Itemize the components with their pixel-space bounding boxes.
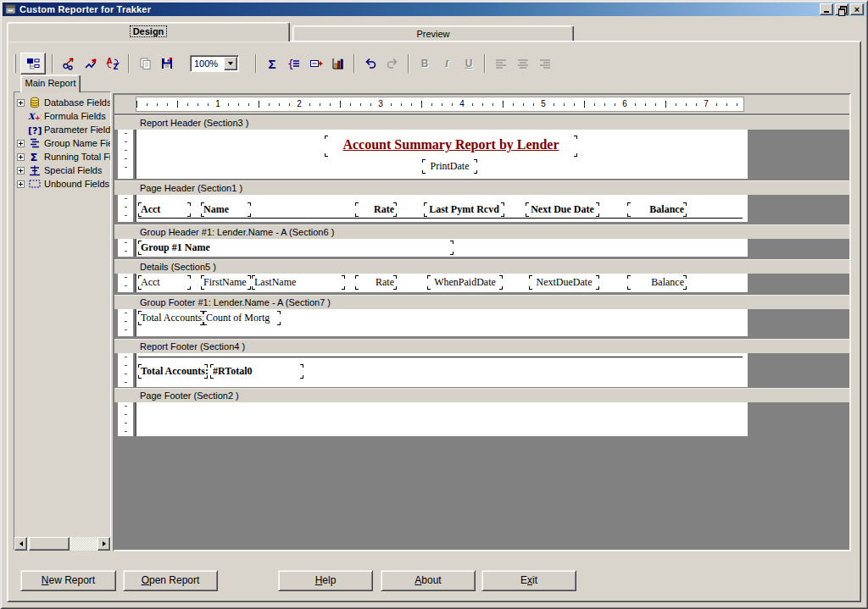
save-report-button[interactable] bbox=[158, 54, 176, 73]
tab-main-report[interactable]: Main Report bbox=[20, 75, 81, 92]
print-preview-button-disabled[interactable] bbox=[136, 54, 154, 73]
help-button[interactable]: Help bbox=[278, 570, 373, 591]
details-area[interactable]: Acct FirstName LastName Rate WhenPaidDat… bbox=[135, 274, 748, 292]
tree-item-running-total-fields[interactable]: Σ Running Total Fields bbox=[14, 150, 110, 163]
tab-preview[interactable]: Preview bbox=[292, 25, 574, 42]
tree-item-label: Formula Fields bbox=[44, 111, 106, 121]
undo-button[interactable] bbox=[361, 54, 380, 73]
about-button[interactable]: About bbox=[381, 570, 476, 591]
database-icon bbox=[28, 97, 42, 108]
tree-item-group-name-fields[interactable]: Group Name Fields bbox=[14, 136, 110, 150]
exit-button[interactable]: Exit bbox=[481, 570, 576, 591]
bold-button-disabled[interactable]: B bbox=[415, 54, 434, 73]
app-window: Custom Reporter for Trakker × Design Pre… bbox=[0, 0, 868, 609]
zoom-value: 100% bbox=[191, 58, 224, 69]
section-report-footer: Total Accounts: #RTotal0 bbox=[114, 353, 849, 387]
detail-field-next-due[interactable]: NextDueDate bbox=[529, 275, 599, 290]
group-footer-area[interactable]: Total Accounts: Count of Mortg bbox=[135, 309, 748, 336]
group-total-value-field[interactable]: Count of Mortg bbox=[203, 311, 281, 325]
report-total-label-field[interactable]: Total Accounts: bbox=[138, 364, 208, 379]
column-header-name[interactable]: Name bbox=[201, 202, 251, 217]
minimize-button[interactable] bbox=[820, 3, 833, 15]
zoom-dropdown-button[interactable] bbox=[224, 57, 237, 70]
trend-arrow-icon bbox=[84, 57, 97, 70]
sort-order-button[interactable]: A Z bbox=[103, 54, 122, 73]
title-bar[interactable]: Custom Reporter for Trakker × bbox=[3, 3, 865, 16]
detail-field-rate[interactable]: Rate bbox=[355, 275, 397, 290]
arrow-right-icon bbox=[103, 541, 106, 546]
close-icon: × bbox=[854, 4, 860, 14]
expand-plus-icon[interactable] bbox=[17, 99, 25, 107]
expand-plus-icon[interactable] bbox=[17, 167, 25, 174]
group-expert-button[interactable]: { bbox=[285, 54, 303, 73]
expand-plus-icon[interactable] bbox=[17, 180, 25, 188]
column-header-acct[interactable]: Acct bbox=[138, 202, 191, 217]
footer-topline[interactable] bbox=[138, 357, 743, 357]
ruler-number: 1 bbox=[214, 99, 222, 109]
ruler-row: 1 2 3 4 5 6 7 bbox=[114, 95, 849, 113]
restore-button[interactable] bbox=[835, 3, 849, 15]
toolbar-grip[interactable] bbox=[14, 54, 16, 73]
report-total-value-field[interactable]: #RTotal0 bbox=[210, 364, 303, 379]
detail-field-last-name[interactable]: LastName bbox=[252, 275, 345, 290]
open-report-button[interactable]: Open Report bbox=[123, 570, 218, 591]
tree-item-database-fields[interactable]: Database Fields bbox=[14, 96, 110, 109]
band-page-footer[interactable]: Page Footer (Section2 ) bbox=[114, 388, 849, 402]
page-footer-area[interactable] bbox=[135, 402, 748, 436]
column-header-last-pymt[interactable]: Last Pymt Rcvd bbox=[424, 202, 504, 217]
tree-item-special-fields[interactable]: Special Fields bbox=[14, 163, 110, 177]
insert-chart-button[interactable] bbox=[329, 54, 348, 73]
align-left-button-disabled[interactable] bbox=[492, 54, 510, 73]
group-total-label-field[interactable]: Total Accounts: bbox=[138, 311, 203, 325]
group-name-icon bbox=[28, 137, 42, 149]
column-header-balance[interactable]: Balance bbox=[627, 202, 687, 217]
header-underline[interactable] bbox=[138, 218, 743, 219]
band-details[interactable]: Details (Section5 ) bbox=[114, 259, 849, 274]
expand-plus-icon[interactable] bbox=[17, 140, 25, 147]
band-report-footer[interactable]: Report Footer (Section4 ) bbox=[114, 339, 849, 353]
column-header-rate[interactable]: Rate bbox=[355, 202, 397, 217]
insert-summary-button[interactable] bbox=[81, 54, 100, 73]
detail-field-acct[interactable]: Acct bbox=[138, 275, 191, 290]
underline-button-disabled[interactable]: U bbox=[459, 54, 478, 73]
group-name-field[interactable]: Group #1 Name bbox=[138, 241, 453, 255]
column-header-next-due[interactable]: Next Due Date bbox=[526, 202, 599, 217]
field-explorer-button[interactable] bbox=[20, 53, 46, 75]
band-group-header[interactable]: Group Header #1: Lender.Name - A (Sectio… bbox=[114, 224, 849, 239]
insert-summary-field-button[interactable]: Σ bbox=[263, 54, 281, 73]
expand-plus-icon[interactable] bbox=[17, 153, 25, 161]
band-group-footer[interactable]: Group Footer #1: Lender.Name - A (Sectio… bbox=[114, 295, 849, 309]
report-header-area[interactable]: Account Summary Report by Lender PrintDa… bbox=[135, 130, 748, 179]
scroll-left-button[interactable] bbox=[14, 537, 27, 551]
new-report-button[interactable]: New Report bbox=[20, 570, 116, 591]
insert-field-button[interactable] bbox=[307, 54, 326, 73]
tree-item-parameter-fields[interactable]: [?] Parameter Fields bbox=[14, 123, 110, 136]
redo-button-disabled[interactable] bbox=[383, 54, 402, 73]
tree-item-unbound-fields[interactable]: Unbound Fields bbox=[14, 177, 110, 191]
redo-icon bbox=[386, 57, 399, 70]
scrollbar-thumb[interactable] bbox=[29, 537, 70, 551]
italic-button-disabled[interactable]: I bbox=[437, 54, 456, 73]
detail-field-balance[interactable]: Balance bbox=[627, 275, 687, 290]
close-button[interactable]: × bbox=[850, 3, 864, 15]
print-date-field[interactable]: PrintDate bbox=[422, 159, 477, 174]
svg-text:+1: +1 bbox=[35, 114, 42, 122]
vertical-ruler bbox=[118, 195, 133, 222]
report-footer-area[interactable]: Total Accounts: #RTotal0 bbox=[135, 353, 748, 387]
tab-design[interactable]: Design bbox=[7, 22, 290, 42]
align-right-button-disabled[interactable] bbox=[536, 54, 554, 73]
align-center-button-disabled[interactable] bbox=[514, 54, 532, 73]
page-header-area[interactable]: Acct Name Rate Last Pymt Rcvd Next Due D… bbox=[135, 195, 748, 222]
detail-field-first-name[interactable]: FirstName bbox=[201, 275, 251, 290]
zoom-combobox[interactable]: 100% bbox=[190, 55, 239, 72]
band-page-header[interactable]: Page Header (Section1 ) bbox=[114, 180, 849, 195]
select-records-button[interactable] bbox=[59, 54, 78, 73]
button-label: elp bbox=[322, 574, 336, 586]
detail-field-when-paid[interactable]: WhenPaidDate bbox=[427, 275, 503, 290]
tree-item-formula-fields[interactable]: X +1 Formula Fields bbox=[14, 109, 110, 123]
group-header-area[interactable]: Group #1 Name bbox=[135, 239, 748, 257]
scroll-right-button[interactable] bbox=[97, 537, 110, 551]
tree-horizontal-scrollbar[interactable] bbox=[14, 537, 110, 551]
band-report-header[interactable]: Report Header (Section3 ) bbox=[114, 115, 849, 130]
report-title-field[interactable]: Account Summary Report by Lender bbox=[325, 136, 577, 157]
